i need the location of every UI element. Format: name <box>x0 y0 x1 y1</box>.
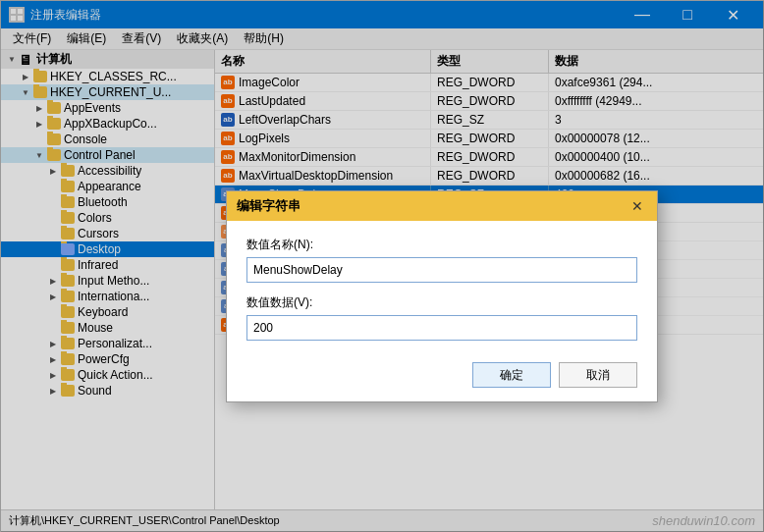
dialog-cancel-button[interactable]: 取消 <box>559 362 637 388</box>
dialog-ok-button[interactable]: 确定 <box>472 362 551 388</box>
dialog-buttons: 确定 取消 <box>227 354 657 401</box>
dialog-data-input[interactable] <box>246 315 637 341</box>
dialog-name-input[interactable] <box>246 257 637 283</box>
dialog-body: 数值名称(N): 数值数据(V): <box>227 221 657 354</box>
edit-string-dialog: 编辑字符串 ✕ 数值名称(N): 数值数据(V): 确定 取消 <box>226 190 658 402</box>
dialog-close-button[interactable]: ✕ <box>628 196 647 216</box>
dialog-title-bar: 编辑字符串 ✕ <box>227 191 657 221</box>
dialog-overlay: 编辑字符串 ✕ 数值名称(N): 数值数据(V): 确定 取消 <box>1 1 764 532</box>
dialog-title: 编辑字符串 <box>237 197 628 215</box>
dialog-data-label: 数值数据(V): <box>246 294 637 311</box>
dialog-name-label: 数值名称(N): <box>246 237 637 253</box>
